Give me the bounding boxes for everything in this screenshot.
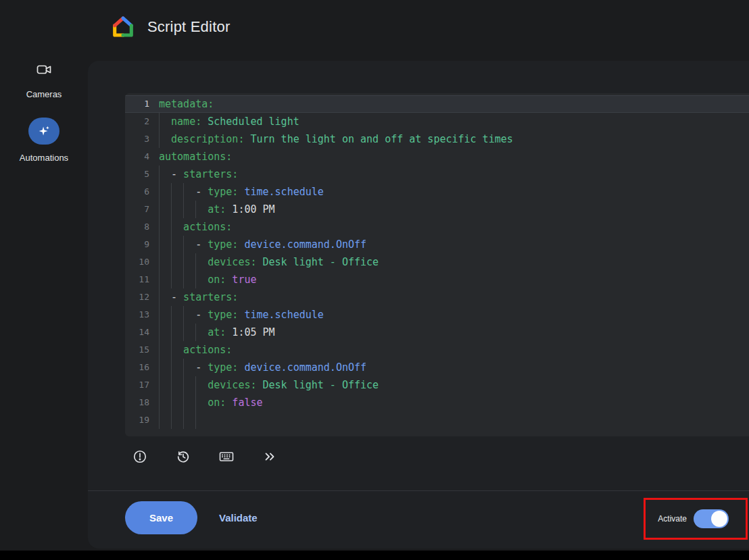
code-line[interactable]: 5- starters: [125,166,749,183]
footer-divider [88,490,749,491]
line-number: 11 [125,271,159,288]
line-number: 1 [125,95,159,113]
editor-toolbar [126,443,283,470]
sidebar-item-label: Automations [20,153,68,163]
line-number: 15 [125,341,159,359]
code-line[interactable]: 12- starters: [125,288,749,306]
line-number: 7 [125,201,159,218]
keyboard-button[interactable] [213,443,240,470]
google-home-logo [111,14,135,39]
keyboard-icon [218,449,235,465]
line-number: 9 [125,236,159,253]
code-line[interactable]: 9- type: device.command.OnOff [125,236,749,253]
code-line-text: on: false [159,394,749,411]
code-line[interactable]: 8actions: [125,218,749,236]
sidebar-item-cameras[interactable]: Cameras [0,61,88,99]
line-number: 16 [125,359,159,376]
activate-toggle[interactable] [694,509,729,528]
code-line-text: name: Scheduled light [159,113,749,130]
code-line-text: devices: Desk light - Office [159,253,749,271]
window-bottom-edge [0,551,749,560]
indent-guides [159,271,208,288]
sidebar-item-automations[interactable]: Automations [0,118,88,163]
double-chevron-icon [262,449,277,464]
line-number: 10 [125,253,159,271]
history-icon [176,449,191,464]
code-line[interactable]: 4automations: [125,148,749,166]
code-line[interactable]: 15actions: [125,341,749,359]
indent-guides [159,253,208,271]
code-line[interactable]: 16- type: device.command.OnOff [125,359,749,376]
history-button[interactable] [170,443,197,470]
line-number: 17 [125,376,159,394]
line-number: 19 [125,411,159,429]
code-line[interactable]: 11on: true [125,271,749,288]
code-line-text: - type: time.schedule [159,306,749,324]
activate-label: Activate [658,514,687,524]
line-number: 5 [125,166,159,183]
code-line-text: on: true [159,271,749,288]
activate-group: Activate [658,509,729,528]
problems-button[interactable] [126,443,153,470]
code-line-text: metadata: [159,95,749,113]
code-line[interactable]: 14at: 1:05 PM [125,324,749,341]
indent-guides [159,113,171,130]
code-line[interactable]: 18on: false [125,394,749,411]
line-number: 2 [125,113,159,130]
code-line[interactable]: 13- type: time.schedule [125,306,749,324]
script-editor-card: 1metadata:2name: Scheduled light3descrip… [88,61,749,549]
code-line[interactable]: 19 [125,411,749,429]
code-line[interactable]: 17devices: Desk light - Office [125,376,749,394]
code-line-text: - starters: [159,166,749,183]
code-line[interactable]: 2name: Scheduled light [125,113,749,130]
code-line-text: at: 1:00 PM [159,201,749,218]
line-number: 4 [125,148,159,166]
indent-guides [159,324,208,341]
code-line-text: - type: time.schedule [159,183,749,201]
active-nav-pill [28,118,59,145]
video-camera-icon [36,61,52,78]
more-tools-button[interactable] [256,443,283,470]
indent-guides [159,394,208,411]
code-line[interactable]: 7at: 1:00 PM [125,201,749,218]
code-line-text: description: Turn the light on and off a… [159,130,749,148]
line-number: 6 [125,183,159,201]
indent-guides [159,288,171,306]
line-number: 13 [125,306,159,324]
page-title: Script Editor [147,18,230,36]
code-line[interactable]: 1metadata: [125,95,749,113]
code-line[interactable]: 3description: Turn the light on and off … [125,130,749,148]
code-line-text: - type: device.command.OnOff [159,359,749,376]
switch-thumb [711,511,727,527]
indent-guides [159,130,171,148]
indent-guides [159,236,195,253]
sparkle-icon [37,124,51,138]
code-line-text: - type: device.command.OnOff [159,236,749,253]
indent-guides [159,341,183,359]
indent-guides [159,306,195,324]
code-line[interactable]: 6- type: time.schedule [125,183,749,201]
indent-guides [159,411,208,429]
code-line-text: automations: [159,148,749,166]
code-line-text [159,411,749,429]
validate-button[interactable]: Validate [211,501,266,534]
indent-guides [159,218,183,236]
indent-guides [159,183,195,201]
indent-guides [159,201,208,218]
indent-guides [159,166,171,183]
code-line-text: at: 1:05 PM [159,324,749,341]
line-number: 18 [125,394,159,411]
problems-icon [132,449,147,464]
code-editor[interactable]: 1metadata:2name: Scheduled light3descrip… [125,93,749,436]
code-line-text: actions: [159,341,749,359]
save-button[interactable]: Save [125,501,197,534]
code-line-text: devices: Desk light - Office [159,376,749,394]
indent-guides [159,376,208,394]
sidebar-item-label: Cameras [26,89,62,99]
line-number: 8 [125,218,159,236]
line-number: 3 [125,130,159,148]
code-line[interactable]: 10devices: Desk light - Office [125,253,749,271]
line-number: 12 [125,288,159,306]
line-number: 14 [125,324,159,341]
indent-guides [159,359,195,376]
